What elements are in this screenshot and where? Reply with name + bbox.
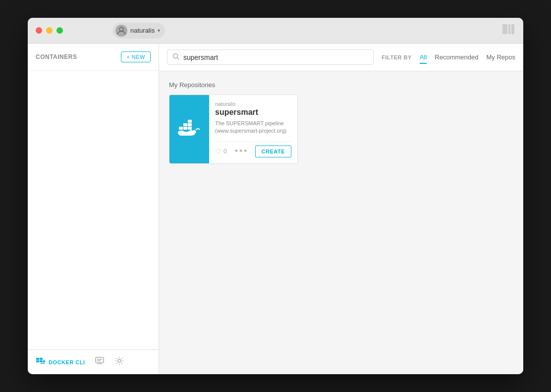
svg-rect-15 [179, 127, 183, 130]
svg-rect-2 [508, 24, 510, 34]
close-button[interactable] [36, 27, 42, 34]
docker-cli-icon [36, 357, 46, 367]
create-button[interactable]: CREATE [255, 146, 291, 157]
results-area: My Repositories [159, 71, 523, 374]
svg-rect-18 [183, 123, 187, 126]
filter-recommended-button[interactable]: Recommended [435, 51, 478, 63]
repo-info: naturalis supersmart The SUPERSMART pipe… [209, 95, 297, 163]
maximize-button[interactable] [56, 27, 63, 34]
search-icon [172, 53, 179, 61]
filter-myrepos-button[interactable]: My Repos [486, 51, 515, 63]
svg-rect-7 [40, 360, 43, 362]
filter-bar: FILTER BY All Recommended My Repos [382, 51, 515, 63]
app-window: naturalis ▾ Containers + NEW [28, 18, 523, 374]
svg-rect-16 [183, 127, 187, 130]
sidebar-header: Containers + NEW [28, 44, 159, 71]
svg-rect-20 [188, 120, 192, 123]
svg-rect-9 [96, 357, 104, 363]
app-body: Containers + NEW [28, 44, 523, 374]
feedback-button[interactable] [95, 356, 105, 368]
filter-all-button[interactable]: All [420, 51, 427, 63]
minimize-button[interactable] [46, 27, 53, 34]
svg-point-13 [173, 54, 178, 58]
svg-rect-3 [511, 24, 514, 34]
repo-author: naturalis [215, 101, 291, 107]
heart-icon: ♡ [215, 147, 221, 155]
repo-name: supersmart [215, 108, 291, 117]
repo-likes: ♡ 0 [215, 147, 227, 155]
svg-point-12 [118, 359, 121, 362]
user-name: naturalis [130, 27, 155, 34]
search-wrapper [167, 49, 374, 65]
docker-cli-label: DOCKER CLI [49, 359, 85, 365]
svg-rect-8 [43, 360, 45, 362]
main-content: FILTER BY All Recommended My Repos My Re… [159, 44, 523, 374]
svg-rect-6 [36, 360, 39, 362]
repo-description: The SUPERSMART pipeline (www.supersmart-… [215, 120, 291, 135]
settings-button[interactable] [114, 356, 124, 368]
repo-menu-button[interactable]: ••• [235, 146, 247, 156]
svg-rect-5 [40, 358, 43, 360]
svg-rect-19 [188, 123, 192, 126]
app-logo [501, 22, 515, 39]
svg-line-14 [177, 58, 179, 60]
search-input[interactable] [183, 53, 368, 61]
chevron-down-icon: ▾ [158, 28, 160, 33]
user-badge[interactable]: naturalis ▾ [112, 23, 165, 39]
repo-image [169, 95, 209, 163]
search-bar: FILTER BY All Recommended My Repos [159, 44, 523, 71]
svg-point-21 [192, 129, 194, 131]
svg-rect-4 [36, 358, 39, 360]
sidebar-footer: DOCKER CLI [28, 349, 159, 374]
like-count: 0 [223, 148, 227, 155]
repo-card: naturalis supersmart The SUPERSMART pipe… [169, 95, 298, 164]
repo-actions: ♡ 0 ••• CREATE [215, 141, 291, 157]
sidebar-content [28, 71, 159, 349]
traffic-lights [36, 27, 63, 34]
titlebar: naturalis ▾ [28, 18, 523, 44]
svg-rect-17 [188, 127, 192, 130]
avatar [115, 25, 127, 37]
section-title: My Repositories [169, 81, 513, 89]
new-container-button[interactable]: + NEW [121, 51, 151, 62]
sidebar-title: Containers [36, 53, 77, 60]
svg-rect-1 [502, 24, 507, 34]
filter-label: FILTER BY [382, 54, 412, 60]
svg-point-0 [119, 27, 123, 31]
sidebar: Containers + NEW [28, 44, 159, 374]
docker-cli-button[interactable]: DOCKER CLI [36, 357, 85, 367]
